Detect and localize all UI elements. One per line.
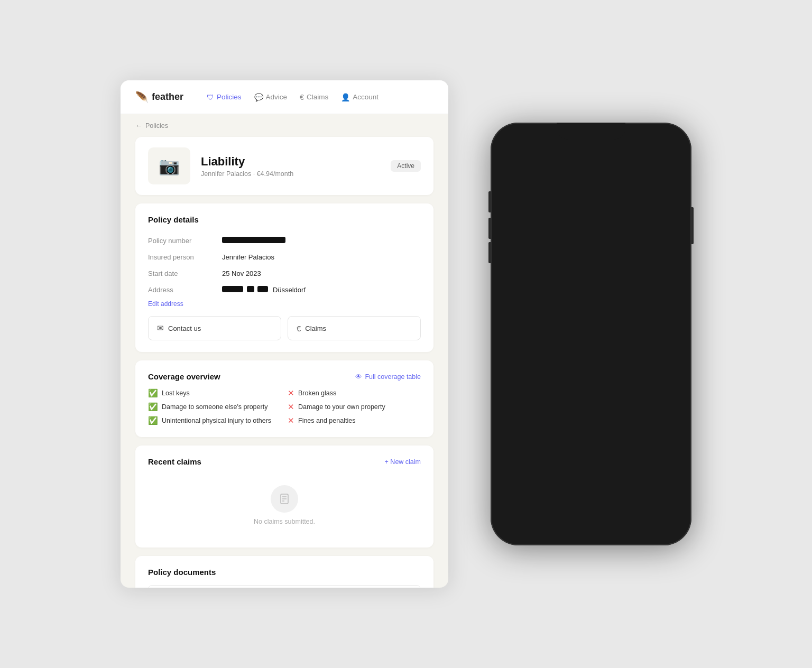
battery-icon: 🔋: [666, 144, 673, 151]
claims-label: Claims: [305, 324, 326, 332]
empty-claims-area: No claims submitted.: [148, 475, 421, 536]
mobile-start-date-row: Start date 25 Nov 2023: [513, 291, 669, 304]
mobile-contact-label: Contact us: [532, 348, 565, 356]
mobile-coverage-someone-else-label: Damage to someone else's property: [527, 456, 628, 463]
insured-person-row: Insured person Jennifer Palacios: [148, 249, 421, 265]
mobile-address-redacted: [571, 307, 603, 312]
mobile-coverage-lost-keys-label: Lost keys: [527, 442, 553, 449]
coverage-fines: ✕ Fines and penalties: [288, 416, 421, 425]
start-date-row: Start date 25 Nov 2023: [148, 265, 421, 282]
claims-icon: €: [297, 324, 301, 333]
policy-name: Liability: [201, 155, 380, 169]
mobile-tab-claims[interactable]: € Claims: [604, 499, 621, 519]
policy-details-title: Policy details: [148, 215, 421, 224]
mobile-policy-icon: 📷: [643, 188, 669, 214]
breadcrumb[interactable]: ← Policies: [121, 114, 448, 137]
browser-header: 🪶 feather 🛡 Policies 💬 Advice € Claims 👤…: [121, 80, 448, 114]
nav-advice-icon: 💬: [254, 93, 263, 101]
coverage-fines-label: Fines and penalties: [298, 417, 355, 424]
doc-item-1[interactable]: 📄 Feather Personal Liability Application…: [148, 585, 421, 588]
coverage-physical-injury: ✅ Unintentional physical injury to other…: [148, 416, 281, 425]
coverage-own-property: ✕ Damage to your own property: [288, 402, 421, 412]
mobile-contact-button[interactable]: ✉ Contact us: [513, 340, 669, 363]
coverage-own-property-label: Damage to your own property: [298, 403, 385, 411]
mobile-back-button[interactable]: ←: [506, 159, 517, 171]
claims-header: Recent claims + New claim: [148, 457, 421, 466]
x-icon-2: ✕: [288, 402, 294, 412]
coverage-physical-injury-label: Unintentional physical injury to others: [162, 417, 271, 424]
mobile-tab-advice[interactable]: 💡 Advice: [561, 499, 577, 519]
mobile-tab-account-label: Account: [648, 514, 667, 519]
mobile-address-row: Address Düsseldorf: [513, 304, 669, 324]
policy-number-row: Policy number: [148, 233, 421, 249]
mobile-topbar: ←: [496, 154, 686, 175]
phone-screen: 17:53 🔔 ▌▌▌ ⬡ 🔋 ← Liability Jennifer Pal…: [496, 128, 686, 540]
mobile-content: ← Liability Jennifer Palacios €4.94/mont…: [496, 154, 686, 492]
mobile-claims-icon: €: [521, 374, 525, 383]
claims-button[interactable]: € Claims: [288, 316, 421, 340]
nav-claims-icon: €: [300, 93, 304, 101]
mobile-full-coverage-link[interactable]: 👁 Full coverage table: [513, 426, 669, 433]
mobile-tab-policies[interactable]: 🛡 Policies: [515, 499, 533, 519]
x-icon-1: ✕: [288, 388, 294, 398]
wifi-icon: ⬡: [658, 144, 663, 151]
mobile-tab-advice-icon: 💡: [562, 499, 575, 512]
nav-policies[interactable]: 🛡 Policies: [207, 93, 242, 101]
mobile-claims-button[interactable]: € Claims: [513, 367, 669, 390]
main-nav: 🛡 Policies 💬 Advice € Claims 👤 Account: [207, 93, 379, 101]
coverage-title: Coverage overview: [148, 372, 220, 381]
mobile-edit-address-link[interactable]: Edit address: [571, 326, 605, 332]
status-icons: 🔔 ▌▌▌ ⬡ 🔋: [631, 144, 673, 151]
full-coverage-label: Full coverage table: [365, 373, 421, 381]
coverage-someone-else-label: Damage to someone else's property: [162, 403, 267, 411]
mobile-coverage-someone-else: ✅ Damage to someone else's property: [513, 452, 669, 466]
address-redacted-2: [247, 286, 254, 292]
mobile-tab-account-icon: 👤: [651, 499, 664, 512]
start-date-label: Start date: [148, 270, 222, 277]
status-bar: 17:53 🔔 ▌▌▌ ⬡ 🔋: [496, 128, 686, 154]
home-indicator: [559, 533, 623, 536]
policy-title-area: Liability Jennifer Palacios · €4.94/mont…: [201, 155, 380, 178]
insured-person-value: Jennifer Palacios: [222, 253, 421, 261]
coverage-lost-keys: ✅ Lost keys: [148, 388, 281, 398]
full-coverage-link[interactable]: 👁 Full coverage table: [355, 373, 421, 381]
policy-details-section: Policy details Policy number Insured per…: [135, 203, 433, 352]
mobile-tab-account[interactable]: 👤 Account: [648, 499, 667, 519]
mobile-address-label: Address: [513, 307, 571, 314]
mobile-start-date-label: Start date: [513, 294, 571, 301]
mobile-policy-number-value: [571, 268, 669, 276]
mobile-tab-advice-label: Advice: [561, 514, 577, 519]
coverage-broken-glass-label: Broken glass: [298, 389, 336, 397]
mobile-policy-number-redacted: [571, 269, 619, 274]
signal-icon: ▌▌▌: [641, 144, 655, 151]
mobile-policy-top: Liability Jennifer Palacios €4.94/month …: [513, 188, 669, 214]
contact-us-button[interactable]: ✉ Contact us: [148, 316, 281, 340]
mobile-actions: ✉ Contact us € Claims: [513, 340, 669, 390]
nav-advice[interactable]: 💬 Advice: [254, 93, 288, 101]
nav-account-icon: 👤: [341, 93, 350, 101]
check-icon-2: ✅: [148, 402, 158, 412]
coverage-lost-keys-label: Lost keys: [162, 389, 190, 397]
mobile-coverage-lost-keys: ✅ Lost keys: [513, 439, 669, 452]
coverage-header: Coverage overview 👁 Full coverage table: [148, 372, 421, 381]
policy-illustration: 📷: [159, 156, 180, 176]
documents-section: Policy documents 📄 Feather Personal Liab…: [135, 556, 433, 588]
nav-account[interactable]: 👤 Account: [341, 93, 379, 101]
empty-claims-icon: [271, 485, 298, 513]
recent-claims-title: Recent claims: [148, 457, 201, 466]
policy-icon-box: 📷: [148, 147, 190, 184]
mobile-start-date-value: 25 Nov 2023: [571, 294, 669, 301]
mobile-insured-row: Insured person Jennifer Palacios: [513, 279, 669, 291]
mobile-policy-card: Liability Jennifer Palacios €4.94/month …: [504, 179, 678, 238]
mobile-tab-claims-label: Claims: [604, 513, 621, 519]
policy-owner: Jennifer Palacios: [201, 170, 251, 178]
policy-header-card: 📷 Liability Jennifer Palacios · €4.94/mo…: [135, 137, 433, 195]
coverage-broken-glass: ✕ Broken glass: [288, 388, 421, 398]
mobile-policy-price: €4.94/month: [513, 207, 559, 213]
mobile-policy-details: Policy details Policy number Insured per…: [504, 243, 678, 398]
logo[interactable]: 🪶 feather: [135, 91, 183, 104]
new-claim-button[interactable]: + New claim: [385, 458, 421, 466]
nav-claims[interactable]: € Claims: [300, 93, 328, 101]
edit-address-link[interactable]: Edit address: [148, 300, 421, 308]
policy-owner-price: Jennifer Palacios · €4.94/month: [201, 170, 380, 178]
